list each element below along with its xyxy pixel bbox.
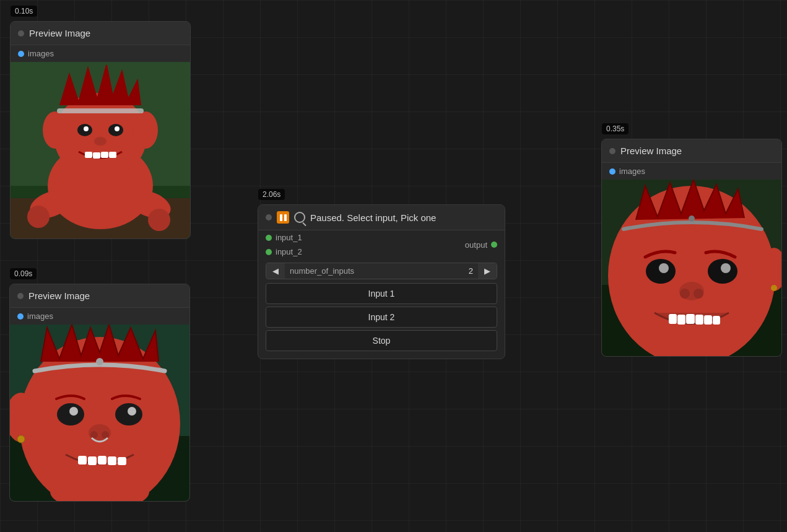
node-preview1-image xyxy=(11,62,190,238)
switch-input-ports: input_1 input_2 xyxy=(266,233,302,256)
node-preview2: 0.09s Preview Image images xyxy=(9,284,190,502)
svg-rect-17 xyxy=(101,152,108,158)
svg-rect-57 xyxy=(686,314,695,324)
node-preview2-status-dot xyxy=(17,293,24,299)
svg-point-21 xyxy=(27,206,50,228)
svg-point-28 xyxy=(96,358,103,365)
svg-point-22 xyxy=(148,209,170,231)
svg-rect-55 xyxy=(669,314,677,324)
svg-rect-18 xyxy=(109,152,116,158)
switch-node-body: input_1 input_2 output ◀ number_of_input… xyxy=(258,230,505,359)
number-inputs-value: 2 xyxy=(464,263,478,279)
svg-point-46 xyxy=(771,285,777,291)
search-icon xyxy=(294,212,305,223)
switch-input2-label: input_2 xyxy=(276,247,302,256)
input2-button[interactable]: Input 2 xyxy=(266,307,497,328)
svg-point-30 xyxy=(115,403,142,425)
switch-input2-row: input_2 xyxy=(266,247,302,256)
number-inputs-row: ◀ number_of_inputs 2 ▶ xyxy=(266,263,497,279)
switch-output-row: output xyxy=(465,233,497,256)
node-switch-title: Paused. Select input, Pick one xyxy=(310,212,436,223)
svg-point-29 xyxy=(57,403,84,425)
svg-point-54 xyxy=(694,289,703,299)
svg-rect-36 xyxy=(78,456,87,464)
svg-rect-9 xyxy=(57,108,144,113)
svg-rect-40 xyxy=(118,457,126,465)
node-preview2-header: Preview Image xyxy=(10,284,189,308)
node-preview3-port-row: images xyxy=(602,163,781,180)
svg-rect-15 xyxy=(85,152,92,158)
svg-point-34 xyxy=(90,431,98,438)
svg-point-51 xyxy=(721,263,731,273)
node-preview3-image xyxy=(602,180,781,356)
node-preview3: 0.35s Preview Image images xyxy=(601,139,782,357)
svg-rect-37 xyxy=(88,456,97,465)
svg-rect-39 xyxy=(108,456,116,465)
number-inputs-increase[interactable]: ▶ xyxy=(478,263,497,279)
node-switch-timer: 2.06s xyxy=(258,189,285,200)
node-preview3-images-label: images xyxy=(619,167,645,176)
input1-button[interactable]: Input 1 xyxy=(266,283,497,304)
svg-rect-60 xyxy=(713,316,720,325)
svg-point-32 xyxy=(128,407,136,416)
switch-input1-label: input_1 xyxy=(276,233,302,242)
svg-rect-38 xyxy=(98,456,107,464)
pause-bar-left xyxy=(280,214,282,221)
node-preview1-port-row: images xyxy=(11,45,190,62)
node-preview1: 0.10s Preview Image images xyxy=(10,21,191,239)
node-preview1-images-port[interactable] xyxy=(18,51,24,57)
switch-input1-row: input_1 xyxy=(266,233,302,242)
svg-point-53 xyxy=(680,289,690,299)
node-preview2-timer: 0.09s xyxy=(10,268,37,279)
svg-point-31 xyxy=(69,407,78,416)
node-preview1-title: Preview Image xyxy=(29,28,90,38)
switch-output-port[interactable] xyxy=(491,242,497,248)
node-preview3-timer: 0.35s xyxy=(602,123,628,134)
node-preview2-port-row: images xyxy=(10,308,189,325)
node-preview1-images-label: images xyxy=(28,49,54,58)
node-switch: 2.06s Paused. Select input, Pick one inp… xyxy=(258,204,505,359)
number-inputs-label: number_of_inputs xyxy=(285,263,464,279)
svg-rect-58 xyxy=(695,315,703,325)
svg-rect-59 xyxy=(704,315,712,325)
node-preview2-image xyxy=(10,325,189,501)
node-preview3-images-port[interactable] xyxy=(609,168,615,175)
pause-bar-right xyxy=(284,214,287,221)
node-preview3-status-dot xyxy=(609,148,615,154)
svg-point-13 xyxy=(115,126,120,131)
node-preview2-title: Preview Image xyxy=(28,290,90,301)
svg-point-7 xyxy=(43,111,67,149)
svg-point-14 xyxy=(94,137,107,146)
node-preview2-images-label: images xyxy=(27,312,53,321)
svg-point-6 xyxy=(54,93,147,180)
node-preview2-images-port[interactable] xyxy=(17,313,24,320)
node-preview3-header: Preview Image xyxy=(602,139,781,163)
node-preview3-title: Preview Image xyxy=(620,146,682,156)
svg-point-47 xyxy=(689,216,695,222)
node-switch-header: Paused. Select input, Pick one xyxy=(258,205,505,230)
svg-rect-56 xyxy=(677,315,685,325)
svg-point-35 xyxy=(102,431,109,438)
svg-point-12 xyxy=(84,126,89,131)
node-preview1-status-dot xyxy=(18,30,24,37)
switch-input1-port[interactable] xyxy=(266,235,272,241)
node-preview1-timer: 0.10s xyxy=(11,6,37,17)
pause-icon xyxy=(277,211,289,224)
stop-button[interactable]: Stop xyxy=(266,330,497,351)
svg-rect-16 xyxy=(93,152,100,159)
svg-point-50 xyxy=(659,263,669,273)
switch-ports-row: input_1 input_2 output xyxy=(258,230,505,259)
number-inputs-decrease[interactable]: ◀ xyxy=(266,263,285,279)
node-preview1-header: Preview Image xyxy=(11,22,190,45)
switch-output-label: output xyxy=(465,240,487,250)
node-switch-status-dot xyxy=(266,214,272,220)
svg-point-8 xyxy=(133,111,158,149)
svg-point-27 xyxy=(17,435,25,443)
switch-input2-port[interactable] xyxy=(266,249,272,255)
